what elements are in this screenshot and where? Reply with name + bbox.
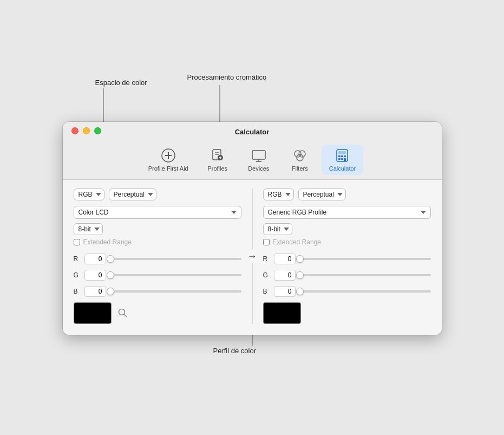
profile-first-aid-icon: [161, 148, 176, 163]
right-bit-depth-row: 8-bit: [263, 223, 431, 235]
right-profile-select[interactable]: Generic RGB Profile: [263, 206, 431, 219]
left-color-space-select[interactable]: RGB: [74, 189, 104, 200]
content-area: → RGB Perceptual Color LCD: [63, 180, 442, 335]
title-bar: Calculator Profile First Aid: [63, 122, 442, 180]
left-bit-depth-row: 8-bit: [74, 223, 241, 235]
left-extended-range-checkbox[interactable]: [74, 239, 80, 245]
right-extended-range-label: Extended Range: [273, 238, 321, 246]
left-bit-depth-select[interactable]: 8-bit: [74, 223, 103, 235]
right-bottom-row: [263, 302, 431, 324]
right-b-thumb[interactable]: [296, 288, 304, 295]
left-profile-select[interactable]: Color LCD: [74, 206, 241, 219]
left-g-track[interactable]: [110, 274, 241, 276]
right-g-value[interactable]: [274, 270, 296, 281]
app-window: Calculator Profile First Aid: [63, 122, 442, 335]
right-color-swatch: [263, 302, 301, 324]
profiles-icon: [210, 148, 225, 163]
toolbar-calculator[interactable]: Calculator: [322, 145, 364, 175]
right-color-space-select[interactable]: RGB: [263, 189, 294, 200]
left-color-swatch: [74, 302, 112, 324]
left-r-thumb[interactable]: [107, 255, 114, 263]
left-processing-select[interactable]: Perceptual: [109, 189, 156, 200]
right-r-track[interactable]: [300, 258, 431, 260]
fullscreen-button[interactable]: [94, 127, 101, 134]
svg-point-25: [119, 309, 125, 315]
toolbar-calculator-label: Calculator: [329, 165, 356, 172]
right-r-value[interactable]: [274, 254, 296, 264]
left-column: RGB Perceptual Color LCD 8-bit: [74, 189, 252, 324]
right-extended-range-row: Extended Range: [263, 238, 431, 246]
right-g-row: G: [263, 270, 431, 281]
svg-rect-20: [341, 155, 343, 157]
search-icon[interactable]: [117, 307, 129, 319]
left-top-controls: RGB Perceptual: [74, 189, 241, 200]
bottom-annotations: Perfil de color: [63, 335, 442, 362]
left-b-label: B: [74, 288, 80, 295]
left-g-row: G: [74, 270, 241, 281]
right-processing-select[interactable]: Perceptual: [298, 189, 346, 200]
left-r-track[interactable]: [110, 258, 241, 260]
svg-line-26: [124, 314, 127, 317]
minimize-button[interactable]: [83, 127, 90, 134]
right-top-controls: RGB Perceptual: [263, 189, 431, 200]
toolbar-profiles[interactable]: Profiles: [198, 145, 237, 175]
toolbar-filters-label: Filters: [292, 165, 308, 172]
left-r-value[interactable]: [84, 254, 106, 264]
close-button[interactable]: [71, 127, 78, 134]
left-b-thumb[interactable]: [107, 288, 114, 295]
devices-icon: [251, 148, 266, 163]
left-b-track[interactable]: [110, 290, 241, 293]
filters-icon: [292, 148, 307, 163]
two-columns: → RGB Perceptual Color LCD: [74, 189, 431, 324]
toolbar: Profile First Aid Profiles: [71, 140, 433, 179]
color-profile-annotation: Perfil de color: [213, 347, 256, 355]
left-extended-range-row: Extended Range: [74, 238, 241, 246]
left-r-row: R: [74, 254, 241, 264]
top-annotations: Espacio de color Procesamiento cromático: [63, 73, 442, 122]
right-r-label: R: [263, 255, 270, 263]
window-title: Calculator: [71, 128, 433, 140]
right-b-row: B: [263, 286, 431, 297]
left-g-label: G: [74, 271, 80, 279]
toolbar-filters[interactable]: Filters: [280, 145, 319, 175]
left-g-value[interactable]: [84, 270, 106, 281]
left-b-row: B: [74, 286, 241, 297]
arrow-indicator: →: [245, 250, 259, 263]
toolbar-profiles-label: Profiles: [207, 165, 227, 172]
right-b-value[interactable]: [274, 286, 296, 297]
right-bit-depth-select[interactable]: 8-bit: [263, 223, 292, 235]
right-r-thumb[interactable]: [296, 255, 304, 263]
processing-annotation: Procesamiento cromático: [187, 73, 267, 81]
right-g-track[interactable]: [300, 274, 431, 276]
calculator-icon: [335, 148, 350, 163]
svg-point-15: [299, 151, 305, 157]
right-b-track[interactable]: [300, 290, 431, 293]
left-extended-range-label: Extended Range: [83, 238, 132, 246]
svg-rect-23: [341, 158, 343, 160]
toolbar-devices[interactable]: Devices: [239, 145, 278, 175]
right-r-row: R: [263, 254, 431, 264]
right-g-label: G: [263, 271, 270, 279]
left-b-value[interactable]: [84, 286, 106, 297]
right-b-label: B: [263, 288, 270, 295]
right-extended-range-checkbox[interactable]: [263, 239, 270, 245]
svg-rect-18: [338, 151, 346, 154]
svg-rect-22: [338, 158, 341, 160]
toolbar-profile-first-aid[interactable]: Profile First Aid: [141, 145, 196, 175]
color-space-annotation: Espacio de color: [95, 79, 147, 87]
svg-rect-24: [344, 158, 346, 161]
right-g-thumb[interactable]: [296, 271, 304, 279]
toolbar-profile-first-aid-label: Profile First Aid: [148, 165, 188, 172]
toolbar-devices-label: Devices: [248, 165, 269, 172]
left-r-label: R: [74, 255, 80, 263]
left-bottom-row: [74, 302, 241, 324]
svg-rect-19: [338, 155, 341, 157]
left-g-thumb[interactable]: [107, 271, 114, 279]
svg-rect-21: [344, 155, 346, 157]
svg-rect-11: [252, 151, 265, 159]
svg-point-16: [297, 154, 303, 161]
main-wrapper: Espacio de color Procesamiento cromático…: [63, 73, 442, 362]
right-column: RGB Perceptual Generic RGB Profile 8-bit: [252, 189, 431, 324]
